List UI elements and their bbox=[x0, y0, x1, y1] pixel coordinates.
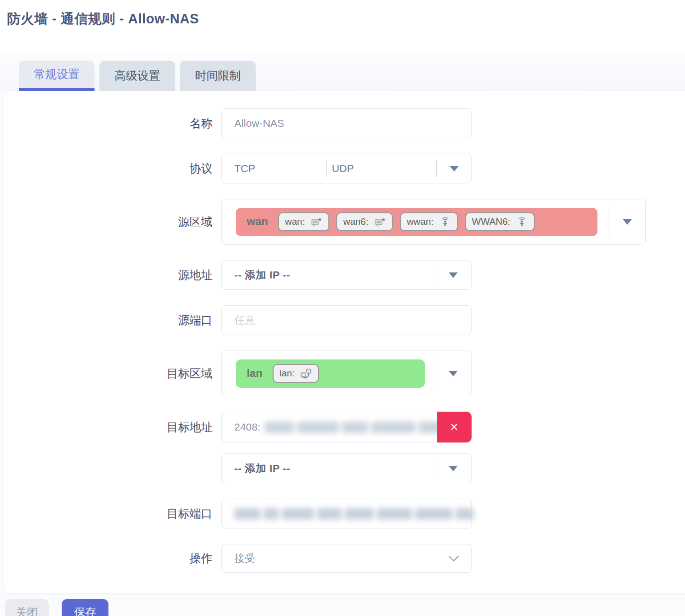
protocol-item-tcp[interactable]: TCP bbox=[222, 154, 326, 183]
dest-address-label: 目标地址 bbox=[4, 412, 221, 442]
close-button[interactable]: 关闭 bbox=[5, 599, 49, 616]
interface-chip-lan: lan: bbox=[273, 364, 319, 383]
dest-address-dropdown-toggle[interactable] bbox=[435, 454, 471, 483]
rule-form-card: 名称 Allow-NAS 协议 TCP UDP 源区域 wan bbox=[4, 91, 685, 593]
tab-band: 常规设置 高级设置 时间限制 bbox=[0, 50, 685, 91]
bridge-icon bbox=[300, 367, 312, 379]
protocol-item-udp[interactable]: UDP bbox=[327, 154, 436, 183]
dest-port-input[interactable] bbox=[221, 499, 472, 528]
redacted-value bbox=[234, 508, 474, 520]
footer-actions: 关闭 保存 bbox=[5, 599, 685, 616]
protocol-dropdown-toggle[interactable] bbox=[437, 154, 471, 183]
chevron-down-icon bbox=[449, 466, 458, 471]
chevron-down-icon bbox=[450, 166, 459, 172]
name-row: 名称 Allow-NAS bbox=[4, 108, 685, 138]
page-header: 防火墙 - 通信规则 - Allow-NAS bbox=[0, 0, 685, 50]
source-port-row: 源端口 任意 bbox=[4, 305, 685, 335]
name-input[interactable]: Allow-NAS bbox=[221, 108, 472, 138]
source-address-row: 源地址 -- 添加 IP -- bbox=[4, 260, 685, 290]
ethernet-icon bbox=[310, 216, 322, 228]
protocol-dropdown[interactable]: TCP UDP bbox=[221, 154, 472, 183]
dest-address-entry: 2408: × bbox=[221, 412, 472, 442]
wifi-icon bbox=[439, 216, 451, 228]
zone-badge-lan[interactable]: lan lan: bbox=[236, 359, 425, 388]
dest-port-label: 目标端口 bbox=[4, 506, 221, 522]
remove-ip-button[interactable]: × bbox=[437, 412, 472, 442]
source-port-label: 源端口 bbox=[4, 313, 221, 328]
interface-name: WWAN6: bbox=[472, 216, 510, 227]
ethernet-icon bbox=[374, 216, 386, 228]
interface-chip-wwan: wwan: bbox=[400, 212, 458, 231]
zone-dropdown-end bbox=[609, 199, 645, 244]
zone-name: wan bbox=[247, 215, 268, 228]
action-row: 操作 接受 bbox=[4, 544, 685, 573]
tab-general-settings[interactable]: 常规设置 bbox=[19, 61, 95, 91]
tab-advanced-settings[interactable]: 高级设置 bbox=[99, 61, 175, 91]
dest-address-value[interactable]: 2408: bbox=[221, 412, 437, 442]
page-title: 防火墙 - 通信规则 - Allow-NAS bbox=[7, 10, 685, 28]
tab-label: 时间限制 bbox=[195, 68, 241, 84]
interface-name: wan6: bbox=[343, 216, 369, 227]
dest-zone-row: 目标区域 lan lan: bbox=[4, 351, 685, 396]
tab-label: 高级设置 bbox=[114, 68, 160, 84]
source-address-dropdown[interactable]: -- 添加 IP -- bbox=[221, 260, 472, 290]
interface-name: wan: bbox=[285, 216, 305, 227]
chevron-down-icon bbox=[449, 371, 458, 376]
add-ip-placeholder: -- 添加 IP -- bbox=[222, 268, 435, 282]
source-zone-label: 源区域 bbox=[4, 214, 221, 230]
add-ip-placeholder: -- 添加 IP -- bbox=[222, 461, 435, 475]
tab-time-restrictions[interactable]: 时间限制 bbox=[180, 61, 256, 91]
save-button[interactable]: 保存 bbox=[62, 599, 108, 616]
interface-chip-wan: wan: bbox=[278, 212, 329, 231]
chevron-down-icon bbox=[623, 219, 632, 225]
dest-address-prefix: 2408: bbox=[222, 421, 261, 433]
interface-name: wwan: bbox=[407, 216, 434, 227]
dest-address-row: 目标地址 2408: × -- 添加 IP -- bbox=[4, 412, 685, 483]
interface-chip-wwan6: WWAN6: bbox=[465, 212, 535, 231]
tab-label: 常规设置 bbox=[34, 67, 80, 82]
source-address-label: 源地址 bbox=[4, 267, 221, 283]
source-port-input[interactable]: 任意 bbox=[221, 305, 472, 335]
source-address-dropdown-toggle[interactable] bbox=[435, 261, 471, 289]
interface-name: lan: bbox=[280, 368, 295, 379]
dest-zone-dropdown[interactable]: lan lan: bbox=[221, 351, 472, 396]
tab-bar: 常规设置 高级设置 时间限制 bbox=[19, 61, 256, 91]
chevron-down-icon bbox=[449, 272, 458, 278]
protocol-item-label: TCP bbox=[234, 163, 255, 175]
protocol-row: 协议 TCP UDP bbox=[4, 154, 685, 183]
zone-dropdown-end bbox=[435, 351, 471, 396]
dest-zone-label: 目标区域 bbox=[4, 366, 221, 381]
dest-port-row: 目标端口 bbox=[4, 499, 685, 528]
source-zone-dropdown-toggle[interactable] bbox=[609, 199, 645, 244]
source-zone-row: 源区域 wan wan: wan6: bbox=[4, 199, 685, 245]
dest-zone-dropdown-toggle[interactable] bbox=[435, 351, 471, 396]
zone-name: lan bbox=[247, 367, 263, 380]
action-value: 接受 bbox=[222, 551, 255, 565]
protocol-label: 协议 bbox=[4, 161, 221, 176]
close-icon: × bbox=[450, 420, 458, 435]
protocol-item-label: UDP bbox=[332, 163, 354, 175]
dest-address-dropdown[interactable]: -- 添加 IP -- bbox=[221, 453, 472, 483]
wifi-icon bbox=[516, 216, 528, 228]
source-port-placeholder: 任意 bbox=[222, 313, 255, 327]
action-label: 操作 bbox=[4, 551, 221, 566]
interface-chip-wan6: wan6: bbox=[336, 212, 393, 231]
name-value: Allow-NAS bbox=[222, 117, 284, 129]
name-label: 名称 bbox=[4, 116, 221, 131]
chevron-down-icon bbox=[448, 552, 459, 564]
action-select[interactable]: 接受 bbox=[221, 544, 472, 573]
source-zone-dropdown[interactable]: wan wan: wan6: bbox=[221, 199, 646, 245]
redacted-value bbox=[265, 422, 437, 433]
dest-address-group: 2408: × -- 添加 IP -- bbox=[221, 412, 472, 483]
zone-badge-wan[interactable]: wan wan: wan6: bbox=[236, 208, 597, 236]
